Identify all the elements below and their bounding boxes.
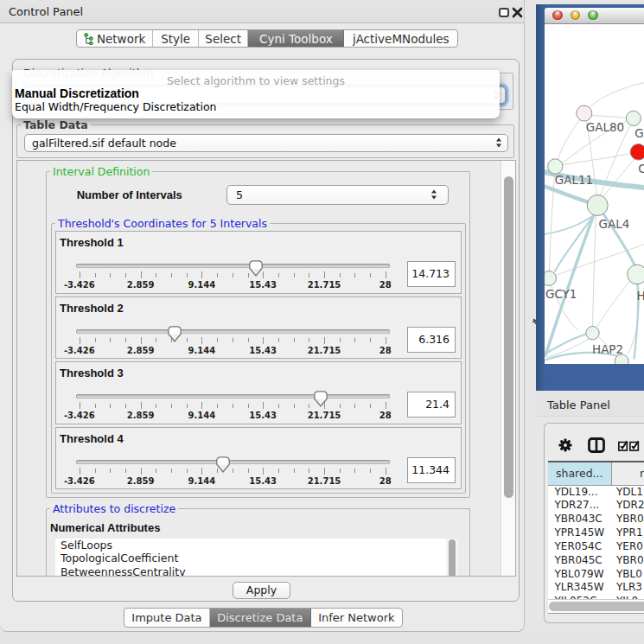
zoom-button[interactable] — [588, 10, 598, 21]
cell-name[interactable]: YDR2 — [612, 499, 644, 513]
attributes-list-scrollbar[interactable] — [446, 539, 459, 577]
cell-shared-name[interactable]: YDL19... — [548, 486, 613, 500]
minor-tick — [340, 338, 341, 342]
column-header-name[interactable]: n — [612, 462, 644, 485]
cell-name[interactable]: YLR3 — [612, 581, 644, 595]
cell-name[interactable]: YBR0 — [612, 513, 644, 526]
network-node-gal80[interactable] — [576, 105, 591, 121]
table-row[interactable]: YPR145WYPR1 — [548, 526, 644, 540]
settings-vertical-scrollbar[interactable] — [501, 161, 515, 576]
checkbox-icon[interactable] — [629, 440, 640, 451]
cell-shared-name[interactable]: YLR345W — [548, 581, 613, 595]
scrollbar-thumb[interactable] — [449, 539, 456, 577]
table-row[interactable]: YBR043CYBR0 — [548, 513, 644, 526]
table-row[interactable]: YLR345WYLR3 — [548, 581, 644, 595]
network-icon — [84, 33, 93, 45]
cell-name[interactable]: YER0 — [612, 540, 644, 554]
tab-infer-network[interactable]: Infer Network — [311, 609, 402, 627]
minimize-button[interactable] — [571, 10, 581, 21]
table-row[interactable]: YBL079WYBL0 — [548, 568, 644, 582]
slider-track[interactable] — [76, 329, 390, 334]
attribute-list-item[interactable]: SelfLoops — [55, 539, 458, 552]
tick-label: -3.426 — [54, 280, 105, 290]
network-edge[interactable] — [591, 115, 626, 118]
network-canvas[interactable]: GAL80GACGAL11GAL4GCY1HHAP2 — [545, 24, 644, 364]
tab-discretize-data[interactable]: Discretize Data — [210, 609, 311, 627]
network-node-gal11[interactable] — [547, 158, 562, 173]
cell-shared-name[interactable]: YER054C — [548, 540, 613, 554]
minor-tick — [309, 469, 309, 473]
table-row[interactable]: YDR27...YDR2 — [548, 499, 644, 513]
close-button[interactable] — [552, 10, 563, 21]
threshold-value-field[interactable]: 11.344 — [407, 457, 456, 483]
scrollbar-thumb[interactable] — [504, 176, 514, 498]
tab-network[interactable]: Network — [77, 30, 153, 47]
slider-thumb[interactable] — [313, 390, 328, 408]
threshold-value-field[interactable]: 21.4 — [407, 392, 456, 418]
cell-shared-name[interactable]: YBR045C — [548, 554, 613, 568]
tick-label: 28 — [360, 411, 411, 420]
cell-name[interactable]: YBL0 — [612, 568, 644, 582]
tab-cyni-toolbox[interactable]: Cyni Toolbox — [248, 30, 344, 47]
minor-tick — [125, 469, 126, 473]
attribute-list-item[interactable]: TopologicalCoefficient — [55, 552, 458, 565]
network-edge[interactable] — [596, 281, 629, 327]
network-window-titlebar — [545, 8, 644, 24]
network-edge[interactable] — [589, 82, 644, 107]
close-icon[interactable] — [512, 7, 523, 18]
column-header-shared-name[interactable]: shared... — [548, 462, 613, 485]
network-edge[interactable] — [558, 119, 579, 159]
network-node-gal4[interactable] — [587, 194, 608, 215]
cell-name[interactable]: YBR0 — [612, 554, 644, 568]
threshold-value-field[interactable]: 6.316 — [407, 327, 456, 353]
network-edge[interactable] — [592, 215, 596, 326]
gear-icon[interactable] — [558, 438, 572, 452]
major-tick — [141, 271, 142, 278]
network-node-h[interactable] — [627, 265, 644, 284]
dropdown-option-equal-width[interactable]: Equal Width/Frequency Discretization — [12, 100, 500, 114]
cell-shared-name[interactable]: YDR27... — [548, 499, 613, 513]
number-of-intervals-spinner[interactable]: 5 — [226, 185, 449, 205]
network-node-hap2[interactable] — [585, 326, 598, 339]
cell-name[interactable]: YDL1 — [612, 486, 644, 500]
slider-track[interactable] — [76, 264, 390, 268]
dropdown-option-manual[interactable]: Manual Discretization — [12, 87, 500, 100]
minor-tick — [340, 273, 341, 277]
slider-track[interactable] — [76, 460, 390, 464]
tick-label: 28 — [360, 280, 411, 290]
tab-style[interactable]: Style — [153, 30, 199, 47]
minor-tick — [354, 469, 355, 473]
tab-select[interactable]: Select — [199, 30, 248, 47]
table-row[interactable]: YDL19...YDL1 — [548, 486, 644, 500]
network-node-ga[interactable] — [626, 111, 641, 125]
slider-thumb[interactable] — [167, 325, 182, 343]
slider-thumb[interactable] — [248, 259, 264, 277]
table-horizontal-scrollbar[interactable] — [548, 599, 644, 612]
numerical-attributes-list[interactable]: SelfLoopsTopologicalCoefficientBetweenne… — [55, 539, 458, 577]
tab-impute-data[interactable]: Impute Data — [124, 609, 210, 627]
tab-jactivemnodules[interactable]: jActiveMNodules — [344, 30, 457, 47]
split-view-icon[interactable] — [588, 437, 605, 453]
network-node-gcy1[interactable] — [545, 271, 557, 285]
cell-shared-name[interactable]: YBL079W — [548, 568, 613, 582]
network-node[interactable] — [615, 354, 628, 364]
threshold-panel-3: Threshold 3-3.4262.8599.14415.4321.71528… — [55, 361, 462, 424]
tab-label: Impute Data — [131, 611, 201, 624]
cell-shared-name[interactable]: YPR145W — [548, 526, 613, 540]
cell-shared-name[interactable]: YBR043C — [548, 513, 613, 526]
threshold-value-field[interactable]: 14.713 — [407, 261, 456, 287]
cell-name[interactable]: YPR1 — [612, 526, 644, 540]
apply-button[interactable]: Apply — [233, 582, 290, 599]
float-window-icon[interactable] — [499, 8, 509, 17]
slider-track[interactable] — [76, 394, 390, 399]
table-row[interactable]: YER054CYER0 — [548, 540, 644, 554]
table-data-combo[interactable]: galFiltered.sif default node — [24, 134, 508, 152]
checkbox-icon[interactable] — [618, 440, 628, 451]
scrollbar-thumb[interactable] — [549, 602, 644, 611]
dropdown-hint-item[interactable]: Select algorithm to view settings — [12, 74, 500, 87]
minor-tick — [248, 338, 249, 342]
slider-thumb[interactable] — [215, 456, 231, 474]
network-node-c[interactable] — [630, 143, 644, 160]
table-row[interactable]: YBR045CYBR0 — [548, 554, 644, 568]
attribute-list-item[interactable]: BetweennessCentrality — [55, 565, 458, 577]
